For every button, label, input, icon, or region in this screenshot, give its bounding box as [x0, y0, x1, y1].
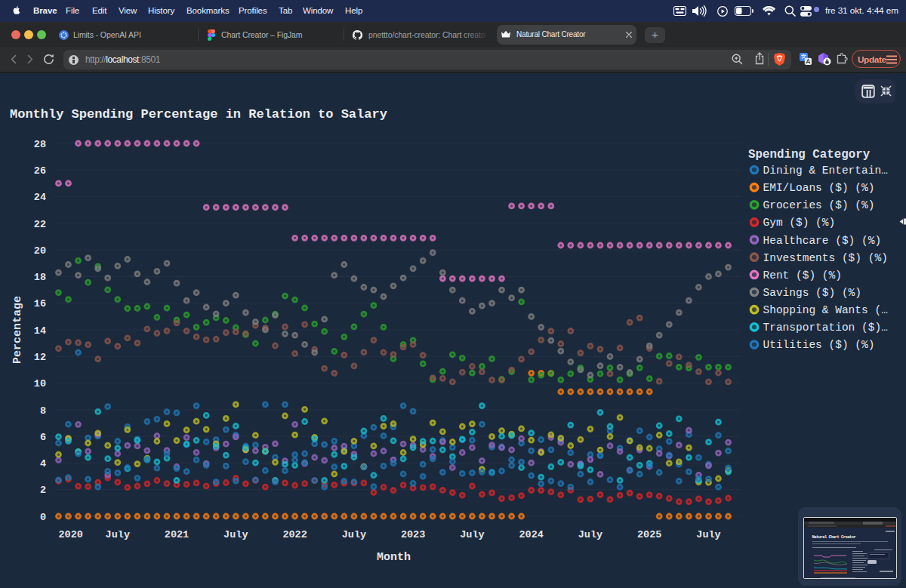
- svg-text:2021: 2021: [165, 529, 189, 540]
- svg-text:July: July: [696, 529, 720, 540]
- svg-text:2023: 2023: [401, 529, 425, 540]
- svg-text:2022: 2022: [282, 529, 307, 540]
- svg-text:8: 8: [40, 405, 46, 417]
- svg-text:Utilities ($) (%): Utilities ($) (%): [763, 339, 875, 351]
- svg-text:Percentage: Percentage: [11, 296, 24, 364]
- svg-text:18: 18: [34, 272, 46, 283]
- svg-text:July: July: [223, 529, 248, 540]
- svg-text:Dining & Entertain…: Dining & Entertain…: [763, 165, 888, 177]
- svg-text:Investments ($) (%): Investments ($) (%): [763, 252, 888, 264]
- svg-text:Shopping & Wants (…: Shopping & Wants (…: [763, 304, 888, 316]
- svg-text:Healthcare ($) (%): Healthcare ($) (%): [763, 235, 882, 247]
- svg-text:28: 28: [34, 139, 46, 150]
- svg-text:July: July: [342, 529, 366, 540]
- svg-text:2020: 2020: [59, 529, 83, 540]
- svg-text:0: 0: [40, 512, 46, 523]
- svg-text:16: 16: [34, 298, 46, 309]
- svg-text:2024: 2024: [519, 529, 543, 540]
- svg-text:2025: 2025: [637, 529, 661, 540]
- svg-text:6: 6: [40, 432, 46, 443]
- svg-text:24: 24: [34, 192, 46, 203]
- svg-text:EMI/Loans ($) (%): EMI/Loans ($) (%): [763, 182, 875, 194]
- svg-text:26: 26: [34, 165, 46, 177]
- svg-text:10: 10: [34, 378, 46, 389]
- svg-text:22: 22: [34, 219, 46, 230]
- svg-text:Groceries ($) (%): Groceries ($) (%): [763, 199, 875, 211]
- svg-text:July: July: [460, 529, 484, 540]
- svg-text:2: 2: [40, 485, 46, 496]
- svg-text:Rent ($) (%): Rent ($) (%): [763, 269, 842, 282]
- svg-text:Gym ($) (%): Gym ($) (%): [763, 217, 836, 229]
- svg-text:4: 4: [40, 458, 46, 469]
- svg-text:14: 14: [34, 325, 46, 337]
- svg-text:Spending Category: Spending Category: [748, 148, 871, 162]
- svg-text:Month: Month: [377, 551, 411, 564]
- svg-text:20: 20: [34, 245, 46, 257]
- svg-text:July: July: [106, 529, 130, 540]
- svg-text:Savings ($) (%): Savings ($) (%): [763, 287, 862, 299]
- svg-text:July: July: [578, 529, 602, 540]
- svg-text:12: 12: [34, 352, 46, 363]
- svg-text:Transportation ($)…: Transportation ($)…: [763, 322, 888, 334]
